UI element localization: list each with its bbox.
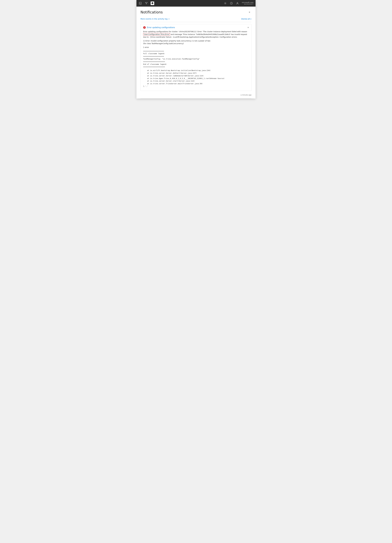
filter-icon[interactable] <box>145 1 148 5</box>
svg-text:?: ? <box>231 3 232 4</box>
notification-card-header: Error updating configurations × <box>143 26 249 29</box>
notification-timestamp: a minute ago <box>136 93 256 98</box>
user-info: microsoft.com MICROSOFT <box>242 1 253 5</box>
close-panel-button[interactable]: × <box>247 10 252 14</box>
user-icon[interactable] <box>236 1 239 5</box>
notifications-panel: Notifications × More events in the activ… <box>136 7 256 98</box>
dismiss-all-button[interactable]: Dismiss all ∨ <box>241 18 252 20</box>
svg-point-5 <box>237 2 238 3</box>
topbar-left-icons <box>139 1 154 5</box>
close-notification-button[interactable]: × <box>247 26 249 29</box>
notification-stacktrace: at io.airlift.bootstrap.Bootstrap.initia… <box>143 69 249 88</box>
error-icon <box>143 26 146 29</box>
user-org: MICROSOFT <box>242 3 253 5</box>
dismiss-all-label: Dismiss all <box>241 18 250 20</box>
notification-body-line1: Error updating configurations for cluste… <box>143 30 249 39</box>
notification-title: Error updating configurations <box>147 26 175 29</box>
notifications-actions: More events in the activity log → Dismis… <box>136 17 256 22</box>
topbar-right-icons: ? microsoft.com MICROSOFT <box>224 1 253 5</box>
user-domain: microsoft.com <box>242 1 253 3</box>
notification-title-row: Error updating configurations <box>143 26 175 29</box>
highlighted-error-code: 'User.Configuration.Trino.Error' <box>143 33 170 36</box>
terminal-icon[interactable] <box>139 1 142 5</box>
notification-body: Error updating configurations for cluste… <box>143 30 249 88</box>
notification-error-count: 1 error <box>143 46 249 49</box>
settings-icon[interactable] <box>224 1 227 5</box>
chevron-down-icon: ∨ <box>250 18 252 20</box>
activity-log-link[interactable]: More events in the activity log → <box>140 18 169 20</box>
notification-card: Error updating configurations × Error up… <box>140 24 252 91</box>
help-icon[interactable]: ? <box>230 1 233 5</box>
notifications-header: Notifications × <box>136 7 256 17</box>
notification-legend: ===================== Full classname leg… <box>143 50 249 68</box>
app-window: ? microsoft.com MICROSOFT Notifications … <box>136 0 256 98</box>
svg-rect-0 <box>139 2 141 5</box>
bell-icon[interactable] <box>151 1 154 5</box>
notification-error-section: 1) Error: Invalid configuration property… <box>143 40 249 45</box>
svg-point-2 <box>225 3 226 4</box>
topbar: ? microsoft.com MICROSOFT <box>136 0 256 7</box>
page-title: Notifications <box>140 10 163 14</box>
